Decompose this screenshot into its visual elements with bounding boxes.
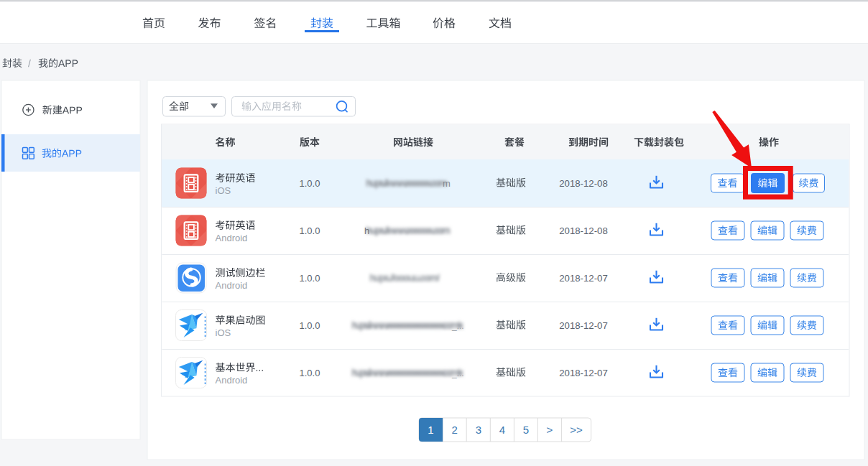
svg-text:Android: Android [216, 280, 248, 291]
svg-text:>>: >> [570, 424, 583, 436]
svg-text:hups.//ooouu.com/: hups.//ooouu.com/ [369, 271, 440, 282]
svg-text:>: > [547, 424, 553, 436]
svg-text:1.0.0: 1.0.0 [300, 273, 320, 284]
svg-text:1.0.0: 1.0.0 [300, 368, 320, 378]
svg-text:2: 2 [452, 424, 458, 436]
svg-text:iOS: iOS [216, 327, 231, 338]
svg-text:iOS: iOS [216, 185, 231, 196]
svg-text:hups.//www.xxxxxx.com: hups.//www.xxxxxx.com [366, 224, 451, 235]
svg-text:4: 4 [499, 424, 505, 436]
svg-text:2018-12-07: 2018-12-07 [559, 368, 607, 378]
svg-text:m: m [443, 178, 451, 189]
svg-text:2018-12-07: 2018-12-07 [559, 320, 607, 331]
svg-text:1.0.0: 1.0.0 [300, 225, 320, 236]
svg-text:1.0.0: 1.0.0 [300, 320, 320, 331]
svg-text:_...: _... [451, 321, 464, 331]
svg-text:Android: Android [216, 233, 248, 243]
svg-text:3: 3 [476, 424, 481, 436]
svg-text:h: h [364, 225, 369, 236]
svg-text:hups.//www.xxxxxxxxxxxxxxxx.co: hups.//www.xxxxxxxxxxxxxxxx.com/x [351, 366, 463, 377]
svg-text:2018-12-08: 2018-12-08 [559, 225, 607, 236]
svg-text:_...: _... [451, 368, 464, 378]
svg-text:2018-12-08: 2018-12-08 [559, 178, 607, 189]
svg-text:5: 5 [523, 424, 529, 436]
svg-text:Android: Android [216, 375, 248, 386]
svg-text:1.0.0: 1.0.0 [300, 178, 320, 189]
svg-text:2018-12-07: 2018-12-07 [559, 273, 607, 284]
svg-text:1: 1 [428, 424, 433, 436]
svg-text:hups.//www.xxxxxxxxxxxxxxxx.co: hups.//www.xxxxxxxxxxxxxxxx.com/x [351, 319, 463, 330]
svg-text:hups.//www.xxxxxx.com: hups.//www.xxxxxx.com [366, 177, 448, 187]
